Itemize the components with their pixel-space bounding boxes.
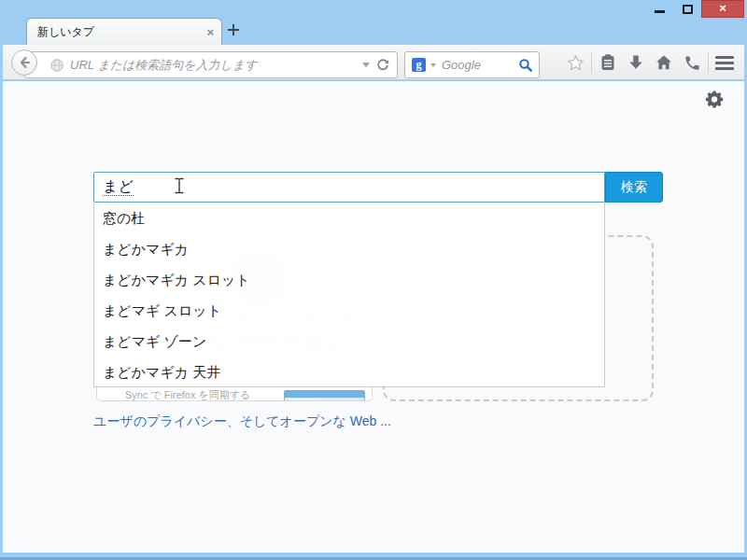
bookmarks-clipboard-icon [599,53,617,72]
page-search-input[interactable]: まど [93,172,605,203]
reload-icon[interactable] [375,58,390,73]
home-icon [655,53,673,72]
back-button[interactable] [11,49,37,76]
back-arrow-icon [17,55,32,70]
bookmarks-menu-button[interactable] [594,49,622,77]
search-query-text: まど [103,178,134,196]
menu-button[interactable] [711,49,739,77]
page-search-button[interactable]: 検索 [605,172,663,203]
minimize-button[interactable] [645,0,673,18]
newtab-settings-button[interactable] [704,89,726,110]
suggestion-item[interactable]: まどかマギカ スロット [94,264,604,295]
toolbar-search-box[interactable]: g Google [404,51,540,78]
tab-close-icon[interactable]: × [206,26,214,38]
thumbnail-sync-text: Sync で Firefox を同期する [125,388,250,401]
ibeam-cursor-icon [174,177,185,194]
plus-icon [226,22,241,37]
downloads-button[interactable] [622,49,650,77]
gear-icon [704,89,726,110]
suggestion-item[interactable]: まどかマギカ [94,233,604,264]
window-controls: × [645,0,744,18]
search-engine-dropdown-icon[interactable] [430,63,436,67]
phone-button[interactable] [678,49,706,77]
home-button[interactable] [650,49,678,77]
toolbar-buttons [561,45,739,80]
navigation-toolbar: URL または検索語句を入力します g Google [3,45,744,80]
bookmark-star-button[interactable] [561,49,589,77]
url-input-placeholder: URL または検索語句を入力します [70,57,362,74]
search-suggestions-dropdown: 窓の杜まどかマギカまどかマギカ スロットまどマギ スロットまどマギ ゾーンまどか… [93,203,605,387]
newtab-page: のプライバシー、そ ブンな Web をあなた Sync で Firefox を同… [3,81,744,553]
browser-tab[interactable]: 新しいタブ × [26,18,222,46]
magnifier-icon[interactable] [518,58,533,73]
phone-icon [684,54,701,72]
suggestion-item[interactable]: 窓の杜 [94,203,604,233]
thumbnail-browser-graphic [284,390,365,401]
close-window-icon: × [719,2,726,14]
download-arrow-icon [627,53,645,72]
star-icon [567,54,585,72]
close-window-button[interactable]: × [701,0,744,18]
maximize-icon [683,5,693,14]
url-history-dropdown-icon[interactable] [362,63,370,67]
hamburger-icon [715,56,734,70]
minimize-icon [655,10,665,13]
suggestion-item[interactable]: まどマギ ゾーン [94,326,604,357]
toolbar-separator [708,52,709,73]
globe-icon [49,58,64,73]
google-favicon: g [412,58,426,72]
new-tab-button[interactable] [226,22,241,37]
maximize-button[interactable] [673,0,701,18]
site-tile-title-link[interactable]: ユーザのプライバシー、そしてオープンな Web ... [93,413,392,430]
search-box-placeholder: Google [442,58,518,72]
suggestion-item[interactable]: まどかマギカ 天井 [94,357,604,387]
toolbar-separator [591,52,592,73]
tab-title: 新しいタブ [37,24,206,40]
url-bar[interactable]: URL または検索語句を入力します [24,51,398,78]
suggestion-item[interactable]: まどマギ スロット [94,295,604,326]
